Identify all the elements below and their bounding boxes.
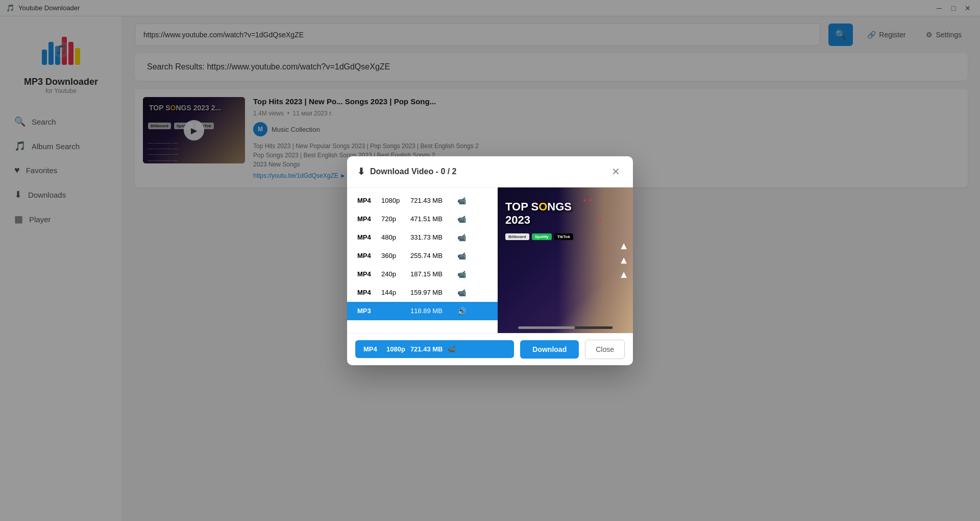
selected-quality: 1080p [386, 345, 405, 353]
modal-close-button[interactable]: ✕ [608, 164, 623, 179]
selected-format-video-icon: 📹 [448, 345, 456, 353]
preview-logos: Billboard Spotify TikTok [505, 233, 573, 240]
format-row-mp4-480[interactable]: MP4 480p 331.73 MB 📹 [347, 228, 498, 247]
download-modal: ⬇ Download Video - 0 / 2 ✕ MP4 1080p 721… [347, 156, 633, 365]
video-format-icon: 📹 [457, 270, 466, 278]
format-row-mp4-144[interactable]: MP4 144p 159.97 MB 📹 [347, 283, 498, 302]
video-format-icon: 📹 [457, 197, 466, 205]
audio-format-icon: 🔊 [457, 307, 466, 315]
format-row-mp4-240[interactable]: MP4 240p 187.15 MB 📹 [347, 265, 498, 283]
preview-image: ✦ ✦ ✦ TOP SONGS 2023 Billboard Spotify T… [498, 187, 633, 333]
download-button[interactable]: Download [520, 340, 579, 359]
video-format-icon: 📹 [457, 215, 466, 223]
video-format-icon: 📹 [457, 233, 466, 242]
video-preview: ✦ ✦ ✦ TOP SONGS 2023 Billboard Spotify T… [498, 187, 633, 333]
modal-title: ⬇ Download Video - 0 / 2 [357, 166, 457, 177]
selected-format-bar: MP4 1080p 721.43 MB 📹 [355, 340, 514, 358]
modal-footer: MP4 1080p 721.43 MB 📹 Download Close [347, 333, 633, 365]
seekbar-fill [518, 326, 575, 329]
preview-seekbar[interactable] [518, 326, 613, 329]
selected-type: MP4 [363, 345, 381, 353]
format-row-mp4-1080[interactable]: MP4 1080p 721.43 MB 📹 [347, 192, 498, 210]
preview-arrows: ▲▲▲ [619, 239, 629, 281]
format-row-mp3[interactable]: MP3 118.89 MB 🔊 [347, 302, 498, 320]
modal-body: MP4 1080p 721.43 MB 📹 MP4 720p 471.51 MB… [347, 187, 633, 333]
format-row-mp4-360[interactable]: MP4 360p 255.74 MB 📹 [347, 247, 498, 265]
download-icon: ⬇ [357, 166, 365, 177]
preview-title: TOP SONGS 2023 [505, 200, 572, 227]
video-format-icon: 📹 [457, 252, 466, 260]
format-row-mp4-720[interactable]: MP4 720p 471.51 MB 📹 [347, 210, 498, 228]
selected-size: 721.43 MB [410, 345, 443, 353]
video-format-icon: 📹 [457, 289, 466, 297]
modal-overlay: ⬇ Download Video - 0 / 2 ✕ MP4 1080p 721… [0, 0, 980, 521]
format-list: MP4 1080p 721.43 MB 📹 MP4 720p 471.51 MB… [347, 187, 498, 333]
close-modal-button[interactable]: Close [585, 340, 625, 359]
modal-header: ⬇ Download Video - 0 / 2 ✕ [347, 156, 633, 187]
